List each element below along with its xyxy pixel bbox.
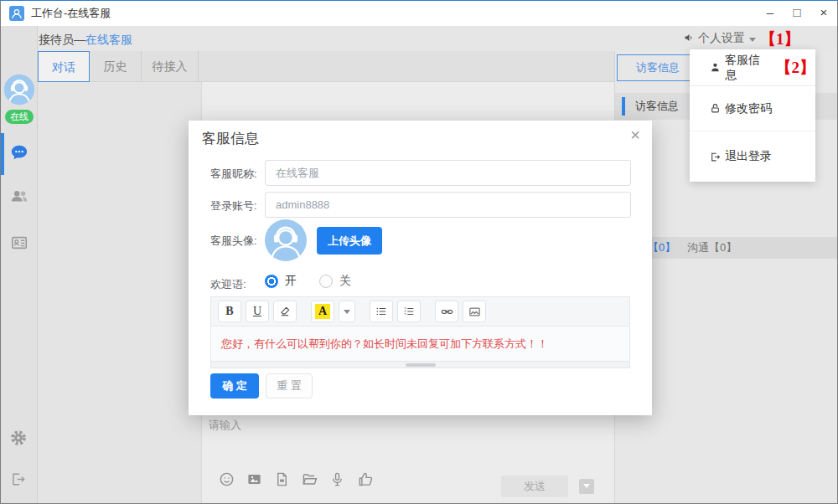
agents-icon[interactable] <box>10 187 28 205</box>
font-color-button[interactable]: A <box>311 301 334 322</box>
header-accent-bar <box>622 97 625 116</box>
app-logo-icon <box>9 6 24 21</box>
personal-settings-label[interactable]: 个人设置 <box>698 31 745 46</box>
tab-pending[interactable]: 待接入 <box>142 51 199 82</box>
welcome-label: 欢迎语: <box>210 277 246 292</box>
emoji-icon[interactable] <box>219 471 235 487</box>
welcome-off-radio[interactable] <box>319 275 333 288</box>
visitor-info-header-label: 访客信息 <box>635 93 679 120</box>
window-title: 工作台-在线客服 <box>31 1 111 26</box>
font-color-dropdown[interactable] <box>339 301 355 322</box>
menu-item-change-password[interactable]: 修改密码 <box>690 86 815 131</box>
title-bar: 工作台-在线客服 – □ × <box>1 1 837 26</box>
tab-dialog[interactable]: 对话 <box>38 51 90 82</box>
sidebar: 在线 <box>1 26 38 504</box>
person-icon <box>710 62 721 73</box>
numbered-list-button[interactable] <box>397 301 421 322</box>
service-info-modal: 客服信息 × 客服昵称: 在线客服 登录账号: admin8888 客服头像: … <box>189 121 652 415</box>
status-badge: 在线 <box>5 110 34 124</box>
settings-dropdown-menu: 客服信息 【2】 修改密码 退出登录 <box>690 49 815 182</box>
close-button[interactable]: × <box>810 1 837 26</box>
send-options-button[interactable] <box>579 479 594 494</box>
font-color-glyph: A <box>315 304 330 319</box>
menu-item-label[interactable]: 退出登录 <box>725 149 772 164</box>
underline-glyph: U <box>253 305 261 318</box>
welcome-editor: B U A <box>210 296 630 368</box>
thumbs-up-icon[interactable] <box>357 471 374 487</box>
bullet-list-icon <box>375 306 387 317</box>
nickname-field[interactable]: 在线客服 <box>265 160 631 186</box>
modal-title: 客服信息 <box>202 129 259 148</box>
avatar-label: 客服头像: <box>210 234 257 249</box>
account-field[interactable]: admin8888 <box>265 192 631 218</box>
send-button[interactable]: 发送 <box>501 476 568 497</box>
confirm-button[interactable]: 确 定 <box>210 373 259 399</box>
communication-tab[interactable]: 沟通【0】 <box>687 237 737 259</box>
input-toolbar <box>219 471 374 487</box>
chevron-down-icon <box>749 38 756 42</box>
speaker-icon <box>684 31 694 46</box>
annotation-2: 【2】 <box>776 59 816 75</box>
chat-input-section: 请输入 <box>202 411 614 504</box>
chat-icon[interactable] <box>10 143 28 162</box>
lock-icon <box>710 103 721 114</box>
welcome-on-label[interactable]: 开 <box>285 274 297 289</box>
mic-icon[interactable] <box>329 471 345 487</box>
eraser-icon <box>279 306 291 317</box>
bold-glyph: B <box>225 305 233 318</box>
link-button[interactable] <box>435 301 458 322</box>
annotation-1: 【1】 <box>760 31 800 47</box>
logout-icon[interactable] <box>10 471 26 487</box>
menu-item-logout[interactable]: 退出登录 <box>690 131 815 182</box>
id-card-icon[interactable] <box>10 234 28 252</box>
maximize-button[interactable]: □ <box>784 1 810 26</box>
insert-image-icon <box>468 306 481 318</box>
welcome-off-label[interactable]: 关 <box>339 274 351 289</box>
file-icon[interactable] <box>274 471 290 487</box>
receptionist-label: 接待员—在线客服 <box>39 26 132 51</box>
upload-avatar-button[interactable]: 上传头像 <box>317 227 382 255</box>
numbered-list-icon <box>403 306 415 317</box>
bullet-list-button[interactable] <box>370 301 393 322</box>
underline-button[interactable]: U <box>246 301 269 322</box>
personal-settings[interactable]: 个人设置 【1】 <box>684 26 800 51</box>
conversation-list <box>38 82 202 504</box>
service-avatar <box>265 219 307 261</box>
chevron-down-icon <box>344 310 350 314</box>
app-window: 工作台-在线客服 – □ × 接待员—在线客服 个人设置 【1】 在线 <box>0 0 838 504</box>
receptionist-prefix: 接待员— <box>39 33 85 46</box>
editor-resize-handle[interactable] <box>210 362 630 368</box>
menu-item-label[interactable]: 客服信息 <box>725 53 772 83</box>
logout-icon <box>710 152 721 162</box>
image-icon[interactable] <box>246 471 262 487</box>
nickname-label: 客服昵称: <box>210 167 257 182</box>
active-indicator <box>1 133 4 175</box>
tab-history[interactable]: 历史 <box>90 51 142 82</box>
receptionist-name-link[interactable]: 在线客服 <box>85 33 132 46</box>
account-label: 登录账号: <box>210 198 257 213</box>
insert-image-button[interactable] <box>463 301 486 322</box>
bold-button[interactable]: B <box>218 301 241 322</box>
folder-icon[interactable] <box>302 471 318 487</box>
editor-toolbar: B U A <box>210 296 630 327</box>
menu-item-service-info[interactable]: 客服信息 【2】 <box>690 49 815 86</box>
message-input[interactable]: 请输入 <box>209 418 241 433</box>
user-avatar[interactable] <box>4 75 34 105</box>
minimize-button[interactable]: – <box>757 1 784 26</box>
visitor-info-button[interactable]: 访客信息 <box>617 54 699 81</box>
link-icon <box>441 306 453 318</box>
chat-tab-bar: 对话 历史 待接入 <box>38 51 614 82</box>
welcome-on-radio[interactable] <box>265 275 278 288</box>
welcome-message-text[interactable]: 您好，有什么可以帮到你的？如长时间未回复可加下方联系方式！！ <box>210 327 630 362</box>
gear-icon[interactable] <box>10 429 27 446</box>
eraser-button[interactable] <box>273 301 297 322</box>
reset-button[interactable]: 重 置 <box>266 373 313 399</box>
modal-close-icon[interactable]: × <box>630 126 640 145</box>
menu-item-label[interactable]: 修改密码 <box>725 101 772 116</box>
